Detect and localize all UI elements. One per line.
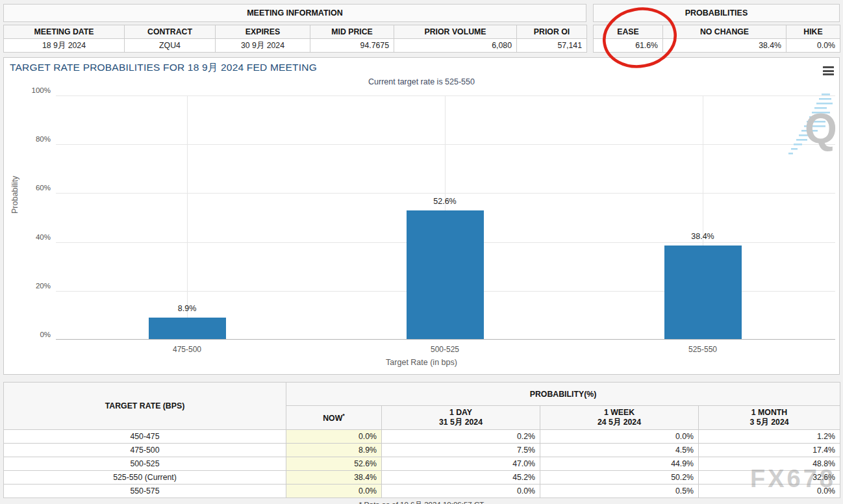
probabilities-row: 61.6% 38.4% 0.0% (594, 39, 840, 53)
chart-menu-icon[interactable] (823, 66, 834, 77)
col-ease: EASE (594, 25, 663, 39)
day-cell: 45.2% (382, 471, 540, 485)
ytick-0: 0% (5, 331, 51, 338)
bar-group-475-500: 8.9% (149, 95, 226, 339)
xtick-500-525: 500-525 (399, 345, 490, 354)
chart-plot-area: 8.9% 52.6% 38.4% (56, 95, 835, 340)
no-change-value: 38.4% (663, 39, 786, 53)
now-cell: 38.4% (286, 471, 382, 485)
month-cell: 32.6% (699, 471, 840, 485)
col-1-week: 1 WEEK24 5月 2024 (540, 406, 699, 430)
week-cell: 44.9% (540, 457, 699, 471)
ytick-60: 60% (5, 184, 51, 192)
day-cell: 47.0% (382, 457, 540, 471)
target-rate-chart-panel: TARGET RATE PROBABILITIES FOR 18 9月 2024… (3, 57, 840, 375)
month-cell: 17.4% (699, 444, 840, 457)
data-as-of-note: * Data as of 10 6月 2024 10:06:57 CT (3, 500, 840, 504)
month-cell: 48.8% (699, 457, 840, 471)
ytick-40: 40% (5, 233, 51, 241)
rate-cell: 475-500 (4, 444, 286, 457)
xtick-525-550: 525-550 (657, 345, 748, 354)
day-cell: 0.0% (382, 485, 540, 498)
bar-value-label: 8.9% (178, 304, 197, 313)
col-probability-group: PROBABILITY(%) (286, 383, 840, 406)
chart-subtitle: Current target rate is 525-550 (4, 77, 839, 86)
probabilities-title: PROBABILITIES (593, 4, 840, 22)
month-cell: 1.2% (699, 430, 840, 444)
table-row: 550-575 0.0% 0.0% 0.5% 0.0% (4, 485, 840, 498)
now-cell: 0.0% (286, 430, 382, 444)
y-axis-title: Probability (10, 176, 19, 214)
col-prior-volume: PRIOR VOLUME (394, 25, 517, 39)
ytick-100: 100% (5, 86, 51, 94)
ytick-80: 80% (5, 135, 51, 143)
col-meeting-date: MEETING DATE (4, 25, 125, 39)
month-cell: 0.0% (699, 485, 840, 498)
ytick-20: 20% (5, 282, 51, 290)
contract-value: ZQU4 (125, 39, 216, 53)
bar-group-525-550: 38.4% (664, 95, 742, 339)
meeting-information-table: MEETING DATE CONTRACT EXPIRES MID PRICE … (3, 25, 587, 53)
prior-oi-value: 57,141 (517, 39, 587, 53)
ease-value: 61.6% (594, 39, 663, 53)
meeting-info-row: 18 9月 2024 ZQU4 30 9月 2024 94.7675 6,080… (4, 39, 587, 53)
col-prior-oi: PRIOR OI (517, 25, 587, 39)
meeting-information-section: MEETING INFORMATION MEETING DATE CONTRAC… (3, 4, 586, 53)
table-row: 475-500 8.9% 7.5% 4.5% 17.4% (4, 444, 840, 457)
week-cell: 50.2% (540, 471, 699, 485)
now-cell: 8.9% (286, 444, 382, 457)
bar-value-label: 38.4% (691, 232, 714, 241)
col-1-month: 1 MONTH3 5月 2024 (699, 406, 840, 430)
col-contract: CONTRACT (125, 25, 216, 39)
chart-bar-500-525 (407, 210, 484, 339)
col-expires: EXPIRES (216, 25, 310, 39)
chart-bar-525-550 (664, 246, 742, 339)
probabilities-section: PROBABILITIES EASE NO CHANGE HIKE 61.6% … (593, 4, 840, 53)
col-target-rate-bps: TARGET RATE (BPS) (4, 383, 286, 430)
table-row: 450-475 0.0% 0.2% 0.0% 1.2% (4, 430, 840, 444)
col-now: NOW* (286, 406, 382, 430)
col-hike: HIKE (786, 25, 840, 39)
hike-value: 0.0% (786, 39, 840, 53)
col-no-change: NO CHANGE (663, 25, 786, 39)
week-cell: 4.5% (540, 444, 699, 457)
x-axis-title: Target Rate (in bps) (4, 358, 839, 367)
chart-bar-475-500 (149, 318, 226, 339)
mid-price-value: 94.7675 (310, 39, 394, 53)
expires-value: 30 9月 2024 (216, 39, 310, 53)
rate-cell: 500-525 (4, 457, 286, 471)
week-cell: 0.5% (540, 485, 699, 498)
probabilities-table: EASE NO CHANGE HIKE 61.6% 38.4% 0.0% (593, 25, 840, 53)
meeting-date-value: 18 9月 2024 (4, 39, 125, 53)
bar-group-500-525: 52.6% (407, 95, 484, 339)
xtick-475-500: 475-500 (142, 345, 233, 354)
probability-history-section: TARGET RATE (BPS) PROBABILITY(%) NOW* 1 … (3, 382, 840, 504)
day-cell: 7.5% (382, 444, 540, 457)
rate-cell: 450-475 (4, 430, 286, 444)
rate-cell: 550-575 (4, 485, 286, 498)
chart-title: TARGET RATE PROBABILITIES FOR 18 9月 2024… (10, 61, 317, 75)
bar-value-label: 52.6% (433, 197, 456, 206)
col-1-day: 1 DAY31 5月 2024 (382, 406, 540, 430)
rate-cell: 525-550 (Current) (4, 471, 286, 485)
table-row: 500-525 52.6% 47.0% 44.9% 48.8% (4, 457, 840, 471)
meeting-information-title: MEETING INFORMATION (3, 4, 586, 22)
probability-history-table: TARGET RATE (BPS) PROBABILITY(%) NOW* 1 … (3, 382, 840, 498)
col-mid-price: MID PRICE (310, 25, 394, 39)
now-cell: 52.6% (286, 457, 382, 471)
fedwatch-tool-page: { "meeting_info": { "title": "MEETING IN… (0, 0, 843, 504)
day-cell: 0.2% (382, 430, 540, 444)
prior-volume-value: 6,080 (394, 39, 517, 53)
week-cell: 0.0% (540, 430, 699, 444)
now-cell: 0.0% (286, 485, 382, 498)
table-row: 525-550 (Current) 38.4% 45.2% 50.2% 32.6… (4, 471, 840, 485)
